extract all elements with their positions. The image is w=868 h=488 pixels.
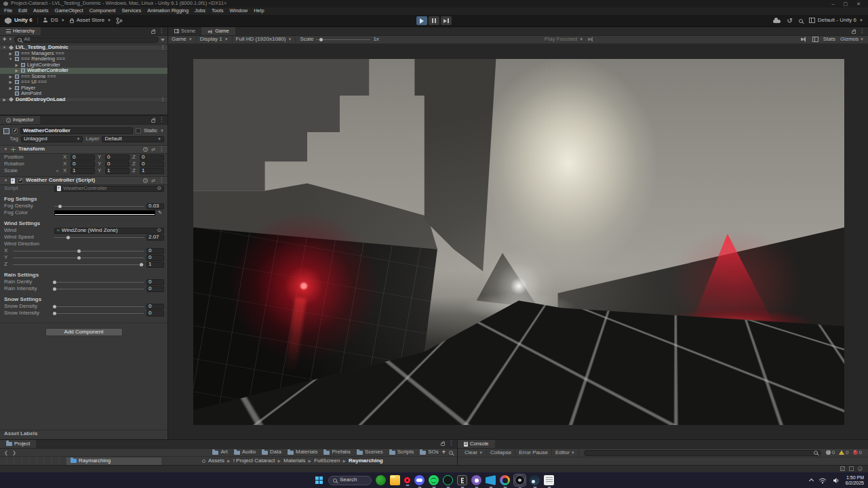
more-icon[interactable]: ⋮ xyxy=(161,97,168,102)
display-dropdown[interactable]: Display 1▼ xyxy=(197,36,233,44)
slider-rain-dently[interactable] xyxy=(54,279,144,285)
lock-icon[interactable] xyxy=(852,30,856,34)
console-search-input[interactable] xyxy=(584,450,821,456)
chevron-down-icon[interactable]: ▼ xyxy=(3,178,8,182)
fog-color-swatch[interactable] xyxy=(54,210,155,216)
slider-handle[interactable] xyxy=(53,281,56,284)
lock-icon[interactable] xyxy=(151,30,155,34)
presets-icon[interactable]: ⇄ xyxy=(151,178,155,184)
slider-snow-density[interactable] xyxy=(54,303,144,310)
volume-icon[interactable] xyxy=(832,477,840,484)
breadcrumb-project-cataract[interactable]: ! Project Cataract xyxy=(233,458,275,464)
menu-help[interactable]: Help xyxy=(254,8,264,14)
chevron-down-icon[interactable]: ▼ xyxy=(8,37,12,42)
field-wind[interactable]: ≈WindZone (Wind Zone)⊙ xyxy=(54,228,164,234)
settings-gear-taskbar-button[interactable] xyxy=(500,475,510,485)
error-pause-button[interactable]: Error Pause xyxy=(515,449,552,457)
chevron-down-icon[interactable]: ▼ xyxy=(3,147,8,151)
field-snow-intensity[interactable]: 0 xyxy=(146,310,164,317)
opera-taskbar-button[interactable] xyxy=(404,477,410,483)
project-tree-scrollbar[interactable] xyxy=(0,457,66,465)
field-z[interactable]: 1 xyxy=(146,262,164,268)
maximize-button[interactable]: ▢ xyxy=(844,1,848,7)
game-viewport[interactable] xyxy=(168,44,868,439)
discord-taskbar-button[interactable] xyxy=(414,475,425,485)
stats-button[interactable]: Stats xyxy=(823,37,835,43)
search-pill-taskbar-button[interactable]: Search xyxy=(328,476,372,485)
layer-dropdown[interactable]: Default▼ xyxy=(102,136,164,142)
field-rain-intensity[interactable]: 0 xyxy=(146,286,164,292)
slider-snow-intensity[interactable] xyxy=(54,310,144,317)
slider-wind-speed[interactable] xyxy=(54,234,144,241)
tab-scene[interactable]: Scene xyxy=(168,27,201,35)
layers-status-icon[interactable] xyxy=(849,466,854,471)
minimize-button[interactable]: – xyxy=(832,1,835,7)
constrain-proportions-icon[interactable]: ∞ xyxy=(54,169,60,174)
notepad-taskbar-button[interactable] xyxy=(544,475,554,485)
favorite-audio[interactable]: Audio xyxy=(234,449,256,455)
rotation-x-field[interactable]: 0 xyxy=(71,161,95,167)
version-control-icon[interactable] xyxy=(116,17,123,24)
chevron-right-icon[interactable]: ▶ xyxy=(14,68,19,73)
warning-count[interactable]: 0 xyxy=(839,450,848,456)
menu-gameobject[interactable]: GameObject xyxy=(55,8,83,14)
slider-fog-density[interactable] xyxy=(54,203,144,209)
scale-y-field[interactable]: 1 xyxy=(105,168,130,174)
slider-x[interactable] xyxy=(13,247,144,254)
add-favorite-button[interactable]: + xyxy=(442,449,446,456)
chevron-right-icon[interactable]: ▶ xyxy=(8,75,13,79)
more-icon[interactable]: ⋮ xyxy=(159,178,164,184)
asset-store-dropdown[interactable]: Asset Store ▼ xyxy=(70,18,111,24)
selected-folder-chip[interactable]: Raymarching xyxy=(66,458,161,465)
hierarchy-item-dontdestroyonload[interactable]: ▶DontDestroyOnLoad⋮ xyxy=(0,97,167,103)
favorite-sos[interactable]: SOs xyxy=(420,449,439,455)
github-desktop-taskbar-button[interactable] xyxy=(471,475,481,485)
pause-button[interactable] xyxy=(429,16,439,25)
more-icon[interactable]: ⋮ xyxy=(159,28,164,35)
slider-handle[interactable] xyxy=(53,312,56,315)
menu-assets[interactable]: Assets xyxy=(33,8,49,14)
cloud-icon[interactable] xyxy=(773,20,781,23)
field-y[interactable]: 0 xyxy=(146,255,164,261)
breadcrumb-assets[interactable]: Assets xyxy=(208,458,224,464)
resolution-dropdown[interactable]: Full HD (1920x1080)▼ xyxy=(233,36,296,44)
chevron-right-icon[interactable]: ▶ xyxy=(8,80,13,84)
scale-z-field[interactable]: 1 xyxy=(140,168,164,174)
account-dropdown[interactable]: DS ▼ xyxy=(43,18,65,24)
slider-z[interactable] xyxy=(13,261,144,268)
slider-handle[interactable] xyxy=(53,287,56,291)
chevron-right-icon[interactable]: ▶ xyxy=(8,52,13,56)
help-icon[interactable]: ? xyxy=(143,147,148,152)
breadcrumb-materials[interactable]: Materials xyxy=(283,458,305,464)
file-explorer-taskbar-button[interactable] xyxy=(390,475,400,485)
field-rain-dently[interactable]: 0 xyxy=(146,279,164,285)
slider-handle[interactable] xyxy=(58,205,62,208)
layout-dropdown[interactable]: Default - Unity 6 ▼ xyxy=(809,18,863,24)
more-icon[interactable]: ⋮ xyxy=(448,441,454,447)
menu-jobs[interactable]: Jobs xyxy=(195,8,205,14)
menu-animation-rigging[interactable]: Animation Rigging xyxy=(147,8,189,14)
slider-handle[interactable] xyxy=(140,263,143,266)
game-mode-dropdown[interactable]: Game▼ xyxy=(168,36,197,44)
active-checkbox[interactable] xyxy=(12,128,18,134)
undo-history-icon[interactable]: ↺ xyxy=(787,17,792,24)
tab-inspector[interactable]: i Inspector xyxy=(0,116,40,124)
rotation-z-field[interactable]: 0 xyxy=(140,161,164,167)
gameobject-name-field[interactable]: WeatherController xyxy=(20,127,133,134)
weather-controller-component-header[interactable]: ▼ Weather Controller (Script) ?⇄⋮ xyxy=(0,176,167,185)
audio-icon[interactable] xyxy=(801,37,808,42)
collab-status-icon[interactable] xyxy=(840,466,845,471)
hierarchy-item-rendering[interactable]: ▼=== Rendering === xyxy=(0,56,167,62)
slider-y[interactable] xyxy=(13,254,144,261)
search-icon[interactable] xyxy=(449,451,453,455)
object-picker-icon[interactable]: ⊙ xyxy=(157,228,161,234)
add-component-button[interactable]: Add Component xyxy=(45,328,123,336)
more-icon[interactable]: ⋮ xyxy=(161,45,168,50)
vsync-icon[interactable] xyxy=(812,37,818,42)
xbox-taskbar-button[interactable] xyxy=(376,475,386,485)
modrinth-taskbar-button[interactable] xyxy=(443,475,453,485)
chevron-down-icon[interactable]: ▼ xyxy=(160,129,164,134)
add-gameobject-button[interactable]: + xyxy=(3,37,6,43)
eyedropper-icon[interactable]: ✎ xyxy=(158,210,164,216)
epic-games-taskbar-button[interactable] xyxy=(457,475,467,485)
